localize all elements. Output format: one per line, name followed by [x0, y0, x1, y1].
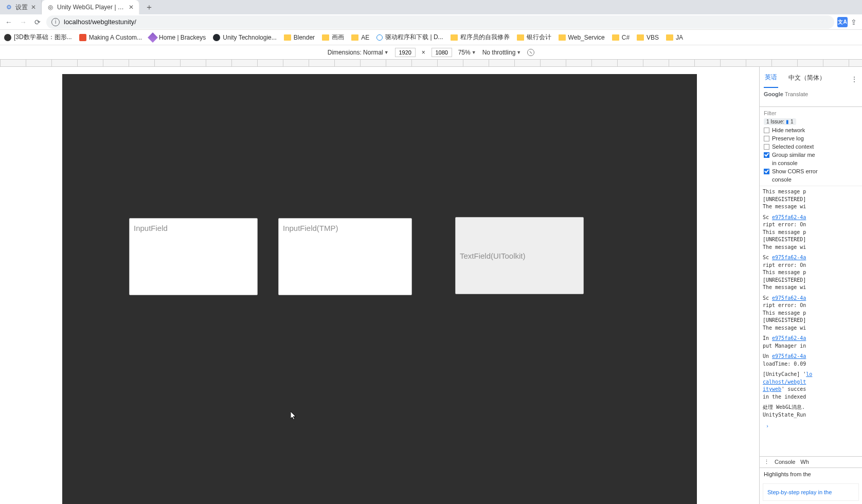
input-field-legacy[interactable]: InputField: [129, 218, 258, 295]
throttling-select[interactable]: No throttling ▼: [482, 49, 522, 56]
close-icon[interactable]: ✕: [129, 0, 134, 14]
console-filter-section: Filter 1 Issue: ▮ 1 Hide network Preserv…: [760, 107, 862, 186]
bookmark-favicon: [376, 34, 383, 41]
folder-icon: [637, 34, 644, 41]
more-icon[interactable]: ⋮: [764, 459, 769, 465]
tab-title: 设置: [15, 0, 28, 14]
folder-icon: [351, 34, 358, 41]
bookmark-item[interactable]: [3D数学基础：图形...: [4, 33, 72, 42]
browser-tab-strip: ⚙ 设置 ✕ ◎ Unity WebGL Player | My proje ✕…: [0, 0, 862, 14]
devtools-panel: 英语 中文（简体） ⋮ Google Translate Filter 1 Is…: [759, 67, 862, 504]
bookmark-item[interactable]: Web_Service: [559, 34, 605, 41]
log-link[interactable]: lo: [806, 371, 812, 377]
viewport-area: InputField InputField(TMP) TextField(UIT…: [0, 67, 759, 504]
zoom-select[interactable]: 75% ▼: [458, 49, 476, 56]
chevron-down-icon: ▼: [384, 50, 389, 55]
tab-whatsnew[interactable]: Wh: [800, 459, 809, 465]
bookmark-item[interactable]: 程序员的自我修养: [451, 33, 510, 42]
bookmark-item[interactable]: AE: [351, 34, 369, 41]
translate-brand: Google Translate: [764, 91, 858, 97]
bookmark-favicon: [4, 34, 11, 41]
forward-button[interactable]: →: [17, 16, 29, 28]
dim-separator: ×: [422, 49, 425, 56]
log-link[interactable]: e975fa62-4a: [772, 335, 806, 341]
bookmark-item[interactable]: 银行会计: [517, 33, 551, 42]
more-icon[interactable]: ⋮: [851, 75, 858, 83]
site-info-icon[interactable]: i: [51, 18, 60, 26]
bookmark-item[interactable]: JA: [666, 34, 683, 41]
card-text: Step-by-step replay in the: [767, 489, 832, 495]
console-log[interactable]: This message p [UNREGISTERED] The messag…: [760, 186, 862, 456]
folder-icon: [517, 34, 524, 41]
log-link[interactable]: calhost/webglt: [763, 379, 806, 385]
folder-icon: [559, 34, 566, 41]
bookmark-favicon: [213, 34, 220, 41]
textfield-uitoolkit[interactable]: TextField(UIToolkit): [455, 217, 584, 294]
checkbox-group-similar[interactable]: [764, 152, 769, 158]
chevron-down-icon: ▼: [516, 50, 521, 55]
translate-popup: 英语 中文（简体） ⋮ Google Translate: [760, 67, 862, 107]
tab-settings[interactable]: ⚙ 设置 ✕: [0, 0, 42, 14]
close-icon[interactable]: ✕: [31, 0, 36, 14]
input-field-tmp[interactable]: InputField(TMP): [278, 218, 412, 295]
bookmark-item[interactable]: Making A Custom...: [79, 34, 142, 41]
folder-icon: [612, 34, 619, 41]
bookmark-item[interactable]: Home | Brackeys: [149, 34, 206, 41]
main-split: InputField InputField(TMP) TextField(UIT…: [0, 67, 862, 504]
log-link[interactable]: e975fa62-4a: [772, 295, 806, 301]
ruler: [0, 60, 862, 67]
issues-badge[interactable]: 1 Issue: ▮ 1: [764, 118, 796, 125]
whatsnew-card[interactable]: Step-by-step replay in the: [763, 483, 859, 501]
translate-tab-en[interactable]: 英语: [764, 70, 778, 88]
folder-icon: [284, 34, 291, 41]
log-link[interactable]: e975fa62-4a: [772, 255, 806, 260]
checkbox-hide-network[interactable]: [764, 128, 769, 133]
log-link[interactable]: ityweb: [763, 386, 781, 392]
translate-icon[interactable]: 文A: [837, 17, 848, 27]
address-bar[interactable]: i localhost/webgltestunity/: [46, 15, 834, 29]
width-input[interactable]: [395, 48, 416, 57]
bookmarks-bar: [3D数学基础：图形... Making A Custom... Home | …: [0, 30, 862, 45]
bookmark-favicon: [79, 34, 86, 41]
checkbox-cors[interactable]: [764, 169, 769, 174]
unity-canvas[interactable]: InputField InputField(TMP) TextField(UIT…: [62, 74, 697, 504]
console-prompt[interactable]: ›: [763, 422, 859, 431]
back-button[interactable]: ←: [3, 16, 14, 28]
drawer-tabs: ⋮ Console Wh: [760, 456, 862, 467]
reload-button[interactable]: ⟳: [32, 16, 43, 28]
textfield-label: TextField(UIToolkit): [460, 251, 526, 260]
log-link[interactable]: e975fa62-4a: [772, 214, 806, 220]
bookmark-item[interactable]: 画画: [322, 33, 344, 42]
new-tab-button[interactable]: ＋: [142, 1, 156, 14]
height-input[interactable]: [432, 48, 452, 57]
cursor-icon: [291, 411, 297, 420]
tab-unity-webgl[interactable]: ◎ Unity WebGL Player | My proje ✕: [42, 0, 139, 14]
bookmark-item[interactable]: C#: [612, 34, 630, 41]
checkbox-selected-context[interactable]: [764, 144, 769, 150]
rotate-icon[interactable]: [527, 49, 534, 56]
folder-icon: [666, 34, 673, 41]
tab-title: Unity WebGL Player | My proje: [57, 0, 125, 14]
translate-tab-zh[interactable]: 中文（简体）: [787, 70, 827, 87]
tab-console[interactable]: Console: [775, 459, 795, 465]
page-icon: ◎: [47, 4, 54, 11]
chevron-down-icon: ▼: [472, 50, 476, 55]
input-placeholder: InputField(TMP): [283, 224, 338, 232]
device-toolbar: Dimensions: Normal ▼ × 75% ▼ No throttli…: [0, 45, 862, 60]
bookmark-favicon: [148, 32, 158, 43]
bookmark-item[interactable]: Blender: [284, 34, 315, 41]
checkbox-preserve-log[interactable]: [764, 136, 769, 141]
dimensions-preset[interactable]: Dimensions: Normal ▼: [328, 49, 389, 56]
input-placeholder: InputField: [134, 224, 168, 232]
log-link[interactable]: e975fa62-4a: [772, 353, 806, 359]
filter-label[interactable]: Filter: [764, 110, 776, 116]
bookmark-item[interactable]: 驱动程序和下载 | D...: [376, 33, 443, 42]
folder-icon: [322, 34, 329, 41]
bookmark-item[interactable]: Unity Technologie...: [213, 34, 277, 41]
share-icon[interactable]: ⇪: [851, 18, 859, 26]
url-text: localhost/webgltestunity/: [64, 18, 136, 26]
folder-icon: [451, 34, 458, 41]
bookmark-item[interactable]: VBS: [637, 34, 659, 41]
address-row: ← → ⟳ i localhost/webgltestunity/ 文A ⇪: [0, 14, 862, 30]
gear-icon: ⚙: [5, 4, 12, 11]
